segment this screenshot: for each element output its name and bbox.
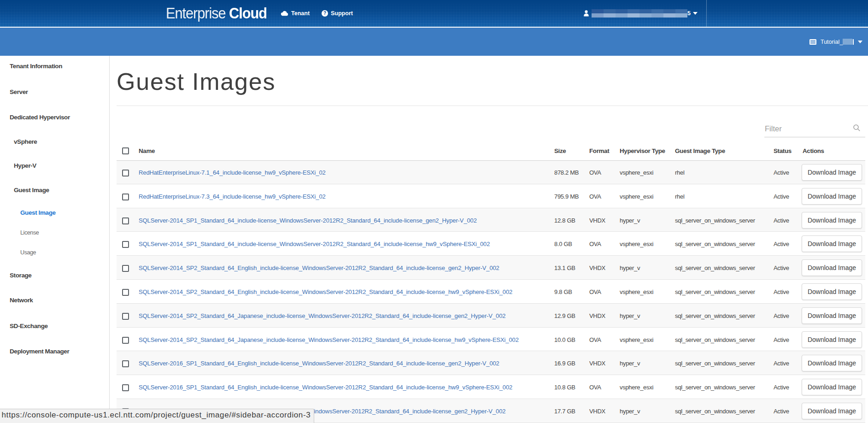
svg-text:?: ? [323, 11, 326, 16]
